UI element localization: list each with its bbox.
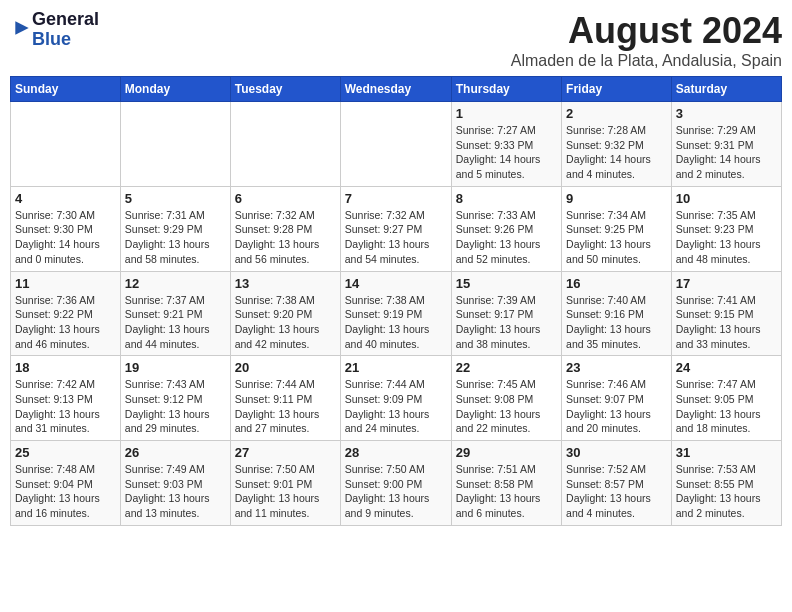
calendar-cell: 30Sunrise: 7:52 AM Sunset: 8:57 PM Dayli… [562, 441, 672, 526]
calendar-week-1: 1Sunrise: 7:27 AM Sunset: 9:33 PM Daylig… [11, 102, 782, 187]
header-cell-monday: Monday [120, 77, 230, 102]
calendar-cell: 9Sunrise: 7:34 AM Sunset: 9:25 PM Daylig… [562, 186, 672, 271]
day-number: 10 [676, 191, 777, 206]
day-number: 29 [456, 445, 557, 460]
day-number: 13 [235, 276, 336, 291]
calendar-cell: 8Sunrise: 7:33 AM Sunset: 9:26 PM Daylig… [451, 186, 561, 271]
day-detail: Sunrise: 7:48 AM Sunset: 9:04 PM Dayligh… [15, 462, 116, 521]
calendar-cell: 21Sunrise: 7:44 AM Sunset: 9:09 PM Dayli… [340, 356, 451, 441]
calendar-body: 1Sunrise: 7:27 AM Sunset: 9:33 PM Daylig… [11, 102, 782, 526]
day-number: 19 [125, 360, 226, 375]
calendar-cell [120, 102, 230, 187]
header-cell-saturday: Saturday [671, 77, 781, 102]
day-detail: Sunrise: 7:45 AM Sunset: 9:08 PM Dayligh… [456, 377, 557, 436]
day-detail: Sunrise: 7:27 AM Sunset: 9:33 PM Dayligh… [456, 123, 557, 182]
day-detail: Sunrise: 7:52 AM Sunset: 8:57 PM Dayligh… [566, 462, 667, 521]
calendar-week-2: 4Sunrise: 7:30 AM Sunset: 9:30 PM Daylig… [11, 186, 782, 271]
calendar-header: SundayMondayTuesdayWednesdayThursdayFrid… [11, 77, 782, 102]
day-number: 9 [566, 191, 667, 206]
day-number: 28 [345, 445, 447, 460]
day-number: 23 [566, 360, 667, 375]
calendar-cell: 24Sunrise: 7:47 AM Sunset: 9:05 PM Dayli… [671, 356, 781, 441]
day-detail: Sunrise: 7:39 AM Sunset: 9:17 PM Dayligh… [456, 293, 557, 352]
day-number: 16 [566, 276, 667, 291]
calendar-cell: 7Sunrise: 7:32 AM Sunset: 9:27 PM Daylig… [340, 186, 451, 271]
calendar-cell: 25Sunrise: 7:48 AM Sunset: 9:04 PM Dayli… [11, 441, 121, 526]
day-detail: Sunrise: 7:40 AM Sunset: 9:16 PM Dayligh… [566, 293, 667, 352]
day-detail: Sunrise: 7:42 AM Sunset: 9:13 PM Dayligh… [15, 377, 116, 436]
day-number: 3 [676, 106, 777, 121]
day-detail: Sunrise: 7:51 AM Sunset: 8:58 PM Dayligh… [456, 462, 557, 521]
day-number: 2 [566, 106, 667, 121]
calendar-cell: 13Sunrise: 7:38 AM Sunset: 9:20 PM Dayli… [230, 271, 340, 356]
calendar-cell: 28Sunrise: 7:50 AM Sunset: 9:00 PM Dayli… [340, 441, 451, 526]
day-number: 25 [15, 445, 116, 460]
calendar-cell [230, 102, 340, 187]
logo-text: General Blue [32, 10, 99, 50]
calendar-cell: 26Sunrise: 7:49 AM Sunset: 9:03 PM Dayli… [120, 441, 230, 526]
day-detail: Sunrise: 7:43 AM Sunset: 9:12 PM Dayligh… [125, 377, 226, 436]
day-number: 27 [235, 445, 336, 460]
day-detail: Sunrise: 7:32 AM Sunset: 9:28 PM Dayligh… [235, 208, 336, 267]
calendar-cell: 6Sunrise: 7:32 AM Sunset: 9:28 PM Daylig… [230, 186, 340, 271]
calendar-cell: 22Sunrise: 7:45 AM Sunset: 9:08 PM Dayli… [451, 356, 561, 441]
calendar-week-4: 18Sunrise: 7:42 AM Sunset: 9:13 PM Dayli… [11, 356, 782, 441]
title-area: August 2024 Almaden de la Plata, Andalus… [511, 10, 782, 70]
calendar-cell: 5Sunrise: 7:31 AM Sunset: 9:29 PM Daylig… [120, 186, 230, 271]
day-detail: Sunrise: 7:33 AM Sunset: 9:26 PM Dayligh… [456, 208, 557, 267]
day-number: 22 [456, 360, 557, 375]
page-subtitle: Almaden de la Plata, Andalusia, Spain [511, 52, 782, 70]
calendar-cell: 3Sunrise: 7:29 AM Sunset: 9:31 PM Daylig… [671, 102, 781, 187]
day-number: 17 [676, 276, 777, 291]
logo-general: General [32, 9, 99, 29]
header-cell-tuesday: Tuesday [230, 77, 340, 102]
calendar-cell: 14Sunrise: 7:38 AM Sunset: 9:19 PM Dayli… [340, 271, 451, 356]
day-detail: Sunrise: 7:35 AM Sunset: 9:23 PM Dayligh… [676, 208, 777, 267]
day-detail: Sunrise: 7:30 AM Sunset: 9:30 PM Dayligh… [15, 208, 116, 267]
day-detail: Sunrise: 7:36 AM Sunset: 9:22 PM Dayligh… [15, 293, 116, 352]
day-detail: Sunrise: 7:28 AM Sunset: 9:32 PM Dayligh… [566, 123, 667, 182]
day-number: 26 [125, 445, 226, 460]
calendar-cell: 29Sunrise: 7:51 AM Sunset: 8:58 PM Dayli… [451, 441, 561, 526]
calendar-week-3: 11Sunrise: 7:36 AM Sunset: 9:22 PM Dayli… [11, 271, 782, 356]
calendar-cell: 18Sunrise: 7:42 AM Sunset: 9:13 PM Dayli… [11, 356, 121, 441]
day-number: 7 [345, 191, 447, 206]
calendar-cell: 12Sunrise: 7:37 AM Sunset: 9:21 PM Dayli… [120, 271, 230, 356]
calendar-cell: 17Sunrise: 7:41 AM Sunset: 9:15 PM Dayli… [671, 271, 781, 356]
day-number: 5 [125, 191, 226, 206]
day-number: 14 [345, 276, 447, 291]
day-number: 24 [676, 360, 777, 375]
day-detail: Sunrise: 7:37 AM Sunset: 9:21 PM Dayligh… [125, 293, 226, 352]
calendar-cell: 31Sunrise: 7:53 AM Sunset: 8:55 PM Dayli… [671, 441, 781, 526]
header-cell-thursday: Thursday [451, 77, 561, 102]
day-detail: Sunrise: 7:46 AM Sunset: 9:07 PM Dayligh… [566, 377, 667, 436]
day-detail: Sunrise: 7:38 AM Sunset: 9:20 PM Dayligh… [235, 293, 336, 352]
calendar-cell: 10Sunrise: 7:35 AM Sunset: 9:23 PM Dayli… [671, 186, 781, 271]
calendar-cell: 2Sunrise: 7:28 AM Sunset: 9:32 PM Daylig… [562, 102, 672, 187]
calendar-cell: 16Sunrise: 7:40 AM Sunset: 9:16 PM Dayli… [562, 271, 672, 356]
calendar-cell [11, 102, 121, 187]
day-detail: Sunrise: 7:44 AM Sunset: 9:09 PM Dayligh… [345, 377, 447, 436]
calendar-cell: 27Sunrise: 7:50 AM Sunset: 9:01 PM Dayli… [230, 441, 340, 526]
calendar-cell [340, 102, 451, 187]
calendar-table: SundayMondayTuesdayWednesdayThursdayFrid… [10, 76, 782, 526]
day-number: 31 [676, 445, 777, 460]
day-detail: Sunrise: 7:41 AM Sunset: 9:15 PM Dayligh… [676, 293, 777, 352]
day-number: 6 [235, 191, 336, 206]
calendar-cell: 15Sunrise: 7:39 AM Sunset: 9:17 PM Dayli… [451, 271, 561, 356]
day-number: 21 [345, 360, 447, 375]
calendar-cell: 19Sunrise: 7:43 AM Sunset: 9:12 PM Dayli… [120, 356, 230, 441]
day-number: 1 [456, 106, 557, 121]
logo-blue: Blue [32, 29, 71, 49]
day-detail: Sunrise: 7:47 AM Sunset: 9:05 PM Dayligh… [676, 377, 777, 436]
header-cell-sunday: Sunday [11, 77, 121, 102]
calendar-cell: 20Sunrise: 7:44 AM Sunset: 9:11 PM Dayli… [230, 356, 340, 441]
calendar-cell: 11Sunrise: 7:36 AM Sunset: 9:22 PM Dayli… [11, 271, 121, 356]
day-number: 15 [456, 276, 557, 291]
day-detail: Sunrise: 7:29 AM Sunset: 9:31 PM Dayligh… [676, 123, 777, 182]
day-number: 30 [566, 445, 667, 460]
svg-marker-0 [15, 21, 28, 34]
day-detail: Sunrise: 7:50 AM Sunset: 9:00 PM Dayligh… [345, 462, 447, 521]
header-cell-wednesday: Wednesday [340, 77, 451, 102]
day-detail: Sunrise: 7:38 AM Sunset: 9:19 PM Dayligh… [345, 293, 447, 352]
